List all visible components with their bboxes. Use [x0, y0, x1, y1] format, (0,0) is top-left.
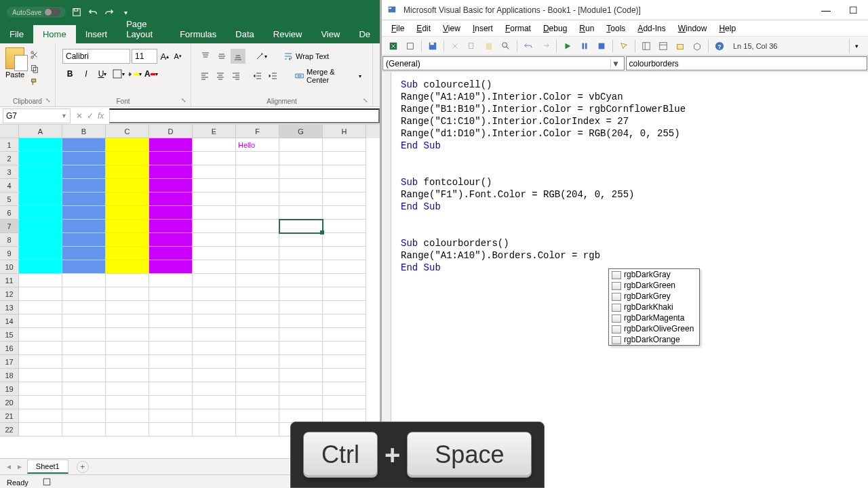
cell[interactable] — [149, 287, 193, 301]
cell[interactable] — [236, 247, 279, 260]
cell[interactable] — [236, 342, 279, 355]
cell[interactable] — [19, 220, 62, 233]
cell[interactable] — [236, 369, 279, 382]
cell[interactable] — [279, 355, 323, 369]
cell[interactable] — [19, 342, 62, 355]
cell[interactable] — [193, 369, 236, 382]
menu-debug[interactable]: Debug — [538, 22, 572, 35]
cell[interactable] — [193, 192, 236, 206]
cell[interactable] — [279, 314, 323, 328]
save-icon[interactable] — [425, 39, 440, 54]
cell[interactable] — [62, 369, 106, 382]
cell[interactable] — [236, 260, 279, 274]
toolbar-scroll-icon[interactable]: ▾ — [849, 39, 864, 54]
cell[interactable] — [149, 165, 193, 179]
cell[interactable] — [323, 396, 366, 409]
cell[interactable] — [236, 355, 279, 369]
cell[interactable] — [193, 206, 236, 220]
cell[interactable] — [236, 314, 279, 328]
cell[interactable] — [106, 423, 149, 436]
spreadsheet-grid[interactable]: ABCDEFGH 1Hello2345678910111213141516171… — [0, 125, 380, 458]
cell[interactable] — [279, 301, 323, 314]
cell[interactable] — [193, 328, 236, 342]
maximize-button[interactable]: ☐ — [844, 3, 863, 17]
cell[interactable] — [19, 314, 62, 328]
row-header[interactable]: 5 — [0, 192, 19, 206]
cell[interactable] — [106, 220, 149, 233]
cell[interactable] — [193, 301, 236, 314]
cell[interactable] — [193, 396, 236, 409]
format-painter-icon[interactable] — [28, 76, 41, 88]
cell[interactable] — [106, 165, 149, 179]
cell[interactable] — [279, 287, 323, 301]
run-icon[interactable] — [560, 39, 575, 54]
help-icon[interactable]: ? — [712, 39, 727, 54]
ribbon-tab-file[interactable]: File — [0, 25, 33, 43]
cell[interactable] — [106, 152, 149, 165]
save-icon[interactable] — [71, 7, 82, 18]
row-header[interactable]: 18 — [0, 369, 19, 382]
cell[interactable] — [19, 301, 62, 314]
cell[interactable] — [149, 369, 193, 382]
cell[interactable] — [106, 192, 149, 206]
cell[interactable] — [323, 314, 366, 328]
cell[interactable] — [323, 301, 366, 314]
column-header[interactable]: H — [323, 125, 366, 138]
cell[interactable] — [323, 152, 366, 165]
decrease-indent-icon[interactable] — [251, 68, 265, 83]
menu-window[interactable]: Window — [673, 22, 713, 35]
cut-icon[interactable] — [448, 39, 462, 54]
row-header[interactable]: 10 — [0, 260, 19, 274]
ribbon-tab-data[interactable]: Data — [226, 25, 263, 43]
cell[interactable] — [323, 274, 366, 287]
ribbon-tab-formulas[interactable]: Formulas — [170, 25, 226, 43]
cell[interactable] — [193, 260, 236, 274]
cell[interactable] — [149, 247, 193, 260]
row-header[interactable]: 1 — [0, 138, 19, 152]
fill-color-button[interactable]: ▾ — [127, 66, 142, 81]
cell[interactable] — [193, 247, 236, 260]
cell[interactable] — [279, 274, 323, 287]
border-button[interactable]: ▾ — [111, 66, 126, 81]
break-icon[interactable] — [577, 39, 592, 54]
row-header[interactable]: 22 — [0, 423, 19, 436]
cell[interactable] — [19, 247, 62, 260]
increase-font-icon[interactable]: A▴ — [159, 49, 171, 64]
row-header[interactable]: 2 — [0, 152, 19, 165]
cell[interactable] — [19, 260, 62, 274]
cell[interactable] — [149, 409, 193, 423]
cell[interactable] — [19, 328, 62, 342]
row-header[interactable]: 8 — [0, 233, 19, 247]
cell[interactable] — [323, 165, 366, 179]
cell[interactable] — [62, 138, 106, 152]
cell[interactable] — [106, 274, 149, 287]
cell[interactable] — [193, 165, 236, 179]
cell[interactable] — [106, 233, 149, 247]
menu-tools[interactable]: Tools — [601, 22, 631, 35]
cell[interactable] — [323, 328, 366, 342]
cancel-formula-icon[interactable]: ✕ — [76, 111, 83, 121]
cell[interactable] — [279, 369, 323, 382]
menu-view[interactable]: View — [437, 22, 466, 35]
cell[interactable] — [62, 396, 106, 409]
cell[interactable] — [62, 355, 106, 369]
cell[interactable] — [62, 328, 106, 342]
cell[interactable] — [19, 382, 62, 396]
align-center-icon[interactable] — [214, 68, 228, 83]
code-editor[interactable]: Sub colourcell()Range("A1:A10").Interior… — [391, 72, 868, 281]
cell[interactable] — [236, 220, 279, 233]
cell[interactable] — [323, 192, 366, 206]
row-header[interactable]: 3 — [0, 165, 19, 179]
add-sheet-button[interactable]: + — [77, 461, 89, 473]
cell[interactable] — [19, 138, 62, 152]
cell[interactable] — [193, 409, 236, 423]
underline-button[interactable]: U▾ — [95, 66, 110, 81]
cell[interactable] — [236, 192, 279, 206]
cell[interactable] — [106, 355, 149, 369]
row-header[interactable]: 6 — [0, 206, 19, 220]
intellisense-item[interactable]: rgbDarkOrange — [609, 334, 699, 345]
cell[interactable] — [323, 287, 366, 301]
cell[interactable] — [279, 396, 323, 409]
row-header[interactable]: 20 — [0, 396, 19, 409]
column-header[interactable]: C — [106, 125, 149, 138]
